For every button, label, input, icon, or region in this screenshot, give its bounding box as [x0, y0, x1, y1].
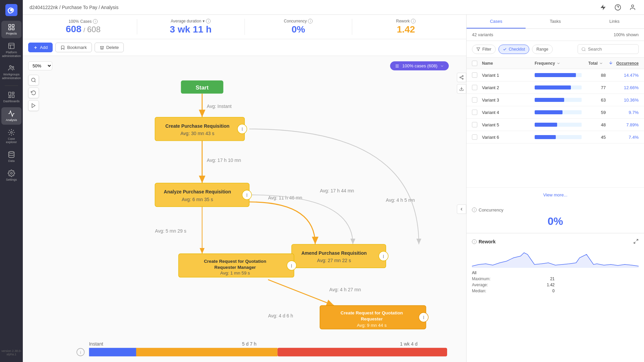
rework-info-icon[interactable]: i [411, 19, 416, 23]
avg-duration-dropdown[interactable]: ▾ [203, 19, 205, 23]
add-button[interactable]: Add [28, 43, 53, 52]
share-button[interactable] [457, 73, 466, 82]
variant-5-checkbox[interactable] [472, 122, 477, 127]
checklist-button[interactable]: Checklist [498, 45, 530, 54]
svg-text:⁞: ⁞ [246, 192, 248, 198]
variant-2-occurrence: 12.66% [615, 85, 639, 90]
delete-button[interactable]: Delete [95, 43, 124, 52]
concurrency-info-icon[interactable]: i [308, 19, 313, 23]
bookmark-button[interactable]: Bookmark [55, 43, 92, 52]
rework-section: i Rework All [467, 233, 644, 362]
zoom-select[interactable]: 50% 75% 100% [28, 61, 52, 70]
search-box [578, 44, 639, 54]
svg-point-15 [10, 131, 12, 133]
svg-rect-11 [9, 92, 11, 96]
header-checkbox [472, 61, 482, 66]
svg-text:Avg: 6 mn 35 s: Avg: 6 mn 35 s [182, 197, 213, 202]
total-dropdown-icon[interactable] [599, 61, 603, 65]
stat-cases-label: 100% Cases i [35, 19, 131, 24]
svg-text:5 d 7 h: 5 d 7 h [242, 341, 257, 347]
svg-line-89 [585, 50, 586, 51]
concurrency-section: i Concurrency 0% [467, 202, 644, 233]
svg-point-23 [32, 78, 35, 82]
variant-3-checkbox[interactable] [472, 97, 477, 103]
app-logo[interactable] [5, 3, 18, 17]
download-button[interactable] [457, 84, 466, 94]
variant-2-checkbox[interactable] [472, 85, 477, 90]
svg-point-31 [462, 78, 464, 79]
variant-5-occurrence: 7.89% [615, 122, 639, 127]
rework-expand-icon[interactable] [633, 239, 639, 245]
rework-section-info-icon[interactable]: i [472, 239, 477, 244]
cases-info-icon[interactable]: i [93, 19, 98, 24]
filter-row: Filter Checklist Range [467, 41, 644, 58]
sidebar-item-platform-label: Platform administration [2, 51, 21, 58]
sidebar-item-case-explorer[interactable]: Case explorer [1, 126, 21, 147]
topbar: d24041222nk / Purchase To Pay / Analysis [23, 0, 644, 15]
svg-text:Avg: 4 h 27 mn: Avg: 4 h 27 mn [329, 287, 361, 292]
concurrency-section-info-icon[interactable]: i [472, 207, 477, 212]
sidebar-item-data[interactable]: Data [1, 148, 21, 166]
select-all-checkbox[interactable] [472, 61, 477, 66]
sidebar-item-platform-administration[interactable]: Platform administration [1, 40, 21, 61]
sidebar-item-projects[interactable]: Projects [1, 21, 21, 38]
history-button[interactable] [28, 87, 39, 98]
variant-5-freq [535, 123, 588, 127]
table-row: Variant 5 48 7.89% [467, 119, 644, 131]
stat-cases: 100% Cases i 608 / 608 [30, 19, 137, 35]
tab-links[interactable]: Links [585, 15, 644, 28]
variant-1-total: 88 [588, 73, 608, 78]
filter-button[interactable]: Filter [472, 45, 496, 54]
sidebar-item-dashboards[interactable]: Dashboards [1, 88, 21, 106]
help-icon[interactable] [613, 3, 623, 12]
concurrency-section-value: 0% [472, 215, 639, 228]
svg-point-16 [9, 152, 14, 154]
svg-text:⁞: ⁞ [291, 263, 292, 268]
avg-duration-info-icon[interactable]: i [206, 19, 211, 23]
svg-text:Avg: 17 h 10 mn: Avg: 17 h 10 mn [207, 158, 241, 163]
sort-desc-icon[interactable] [608, 60, 613, 65]
svg-rect-14 [9, 97, 11, 98]
view-more-button[interactable]: View more... [467, 187, 644, 202]
rework-section-label: Rework [479, 239, 496, 244]
play-button[interactable] [28, 100, 39, 111]
variant-3-occurrence: 10.36% [615, 98, 639, 103]
stat-concurrency-value: 0% [250, 24, 347, 35]
sidebar: Projects Platform administration Workgro… [0, 0, 23, 362]
lightning-icon[interactable] [598, 3, 608, 12]
svg-rect-79 [89, 348, 136, 356]
cases-badge[interactable]: 100% cases (608) [390, 61, 449, 70]
sidebar-item-settings[interactable]: Settings [1, 167, 21, 184]
sidebar-item-analysis[interactable]: Analysis [1, 107, 21, 125]
range-button[interactable]: Range [532, 45, 552, 54]
variant-4-freq [535, 110, 588, 114]
variant-6-checkbox[interactable] [472, 134, 477, 140]
rework-stat-median: Median: 0 [472, 289, 555, 293]
svg-marker-87 [477, 48, 480, 51]
tab-cases[interactable]: Cases [467, 15, 526, 28]
svg-line-24 [35, 81, 36, 82]
variant-6-total: 45 [588, 135, 608, 140]
shown-percentage: 100% shown [614, 32, 639, 37]
main-content: d24041222nk / Purchase To Pay / Analysis… [23, 0, 644, 362]
search-input[interactable] [588, 47, 635, 52]
svg-rect-5 [12, 28, 14, 30]
stat-concurrency-label: Concurrency i [250, 19, 347, 23]
svg-rect-6 [9, 43, 14, 49]
variant-4-checkbox[interactable] [472, 110, 477, 115]
reset-view-button[interactable] [28, 75, 39, 85]
svg-line-91 [636, 239, 638, 241]
user-avatar[interactable] [628, 3, 637, 12]
stat-rework-value: 1.42 [358, 24, 454, 35]
canvas-area: 50% 75% 100% [23, 56, 466, 362]
variant-2-name: Variant 2 [482, 85, 535, 90]
svg-text:Start: Start [196, 84, 209, 91]
svg-point-88 [582, 47, 585, 50]
variant-1-checkbox[interactable] [472, 72, 477, 78]
sidebar-item-workgroups[interactable]: Workgroups administration [1, 62, 21, 83]
stat-avg-duration-value: 3 wk 11 h [143, 24, 239, 35]
tab-tasks[interactable]: Tasks [526, 15, 585, 28]
variant-3-total: 63 [588, 98, 608, 103]
expand-right-button[interactable] [457, 204, 466, 214]
frequency-dropdown-icon[interactable] [556, 61, 560, 65]
